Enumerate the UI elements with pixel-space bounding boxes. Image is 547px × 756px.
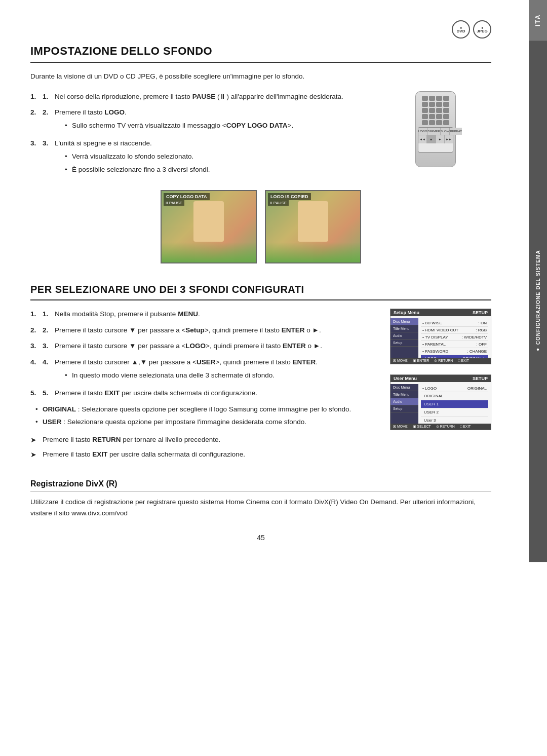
menu1-sidebar: Disc Menu Title Menu Audio Setup bbox=[390, 318, 418, 364]
remote-control-image: LOGO DIMMER SLOW REPEAT ◄◄ ■ ► ►► bbox=[415, 91, 456, 167]
section3: Registrazione DivX (R) Utilizzare il cod… bbox=[30, 479, 491, 518]
menu2-original: ORIGINAL bbox=[421, 392, 488, 400]
icons-row: ● DVD ● JPEG bbox=[30, 20, 491, 39]
menu2-sidebar: Disc Menu Title Menu Audio Setup bbox=[390, 384, 418, 430]
arrow-exit-icon: ➤ bbox=[30, 449, 38, 460]
section3-title: Registrazione DivX (R) bbox=[30, 479, 491, 492]
menu1-main: • BD WISE: ON • HDMI VIDEO CUT: RGB • TV… bbox=[418, 318, 491, 364]
menu2-footer: ⊠ MOVE ▣ SELECT ⊙ RETURN □ EXIT bbox=[390, 424, 491, 430]
menu2-user1: USER 1 bbox=[421, 400, 488, 408]
col-remote: LOGO DIMMER SLOW REPEAT ◄◄ ■ ► ►► bbox=[380, 91, 491, 182]
s2-step-1: 1. Nella modalità Stop, premere il pulsa… bbox=[30, 309, 380, 320]
panel2-label: LOGO IS COPIED bbox=[268, 193, 311, 200]
s2-step-2: 2. Premere il tasto cursore ▼ per passar… bbox=[30, 325, 380, 336]
screenshots-row: COPY LOGO DATA II PAUSE LOGO IS COPIED I… bbox=[30, 190, 491, 263]
menu2-header: User Menu SETUP bbox=[390, 375, 491, 382]
section2-title: PER SELEZIONARE UNO DEI 3 SFONDI CONFIGU… bbox=[30, 284, 491, 300]
vertical-sidebar: ITA ● CONFIGURAZIONE DEL SISTEMA bbox=[529, 0, 547, 562]
menu-screenshots-col: Setup Menu SETUP Disc Menu Title Menu Au… bbox=[390, 309, 491, 464]
section3-text: Utilizzare il codice di registrazione pe… bbox=[30, 497, 491, 518]
arrow-notes: ➤ Premere il tasto RETURN per tornare al… bbox=[30, 435, 380, 460]
section2-content: 1. Nella modalità Stop, premere il pulsa… bbox=[30, 309, 491, 464]
section2-bullets: ORIGINAL : Selezionare questa opzione pe… bbox=[30, 404, 380, 428]
menu1-row-hdmi: • HDMI VIDEO CUT: RGB bbox=[421, 327, 488, 334]
section1-content: 1. Nel corso della riproduzione, premere… bbox=[30, 91, 491, 182]
panel1-label: COPY LOGO DATA bbox=[164, 193, 210, 200]
step-3: 3. L'unità si spegne e si riaccende. Ver… bbox=[30, 138, 370, 177]
menu1-row-tv: • TV DISPLAY: WIDE/HDTV bbox=[421, 334, 488, 341]
sidebar-ita-label: ITA bbox=[529, 0, 547, 41]
step-2: 2. Premere il tasto LOGO. Sullo schermo … bbox=[30, 107, 370, 133]
section2: PER SELEZIONARE UNO DEI 3 SFONDI CONFIGU… bbox=[30, 284, 491, 464]
menu2-user2: USER 2 bbox=[421, 408, 488, 417]
sidebar-config-label: ● CONFIGURAZIONE DEL SISTEMA bbox=[529, 41, 547, 562]
section2-text: 1. Nella modalità Stop, premere il pulsa… bbox=[30, 309, 380, 464]
panel1-sub: II PAUSE bbox=[164, 200, 184, 206]
menu-screenshot-2: User Menu SETUP Disc Menu Title Menu Aud… bbox=[390, 374, 491, 430]
section1-title: IMPOSTAZIONE DELLO SFONDO bbox=[30, 45, 491, 63]
menu2-audio: Audio bbox=[390, 398, 418, 405]
menu2-setup: Setup bbox=[390, 405, 418, 412]
section1-intro: Durante la visione di un DVD o CD JPEG, … bbox=[30, 71, 491, 82]
jpeg-icon: ● JPEG bbox=[473, 20, 491, 39]
menu1-footer: ⊠ MOVE ▣ ENTER ⊙ RETURN □ EXIT bbox=[390, 358, 491, 364]
menu-screenshot-1: Setup Menu SETUP Disc Menu Title Menu Au… bbox=[390, 309, 491, 364]
menu1-row-password: • PASSWORD: CHANGE bbox=[421, 348, 488, 355]
menu2-title: Title Menu bbox=[390, 391, 418, 398]
menu1-title: Title Menu bbox=[390, 325, 418, 332]
panel2-sub: II PAUSE bbox=[268, 200, 289, 206]
menu2-row-logo: • LOGOORIGINAL bbox=[421, 385, 488, 392]
s2-step-5: 5. Premere il tasto EXIT per uscire dall… bbox=[30, 388, 380, 399]
section1: ● DVD ● JPEG IMPOSTAZIONE DELLO SFONDO D… bbox=[30, 20, 491, 263]
logo-button-area: LOGO DIMMER SLOW REPEAT ◄◄ ■ ► ►► bbox=[418, 127, 453, 153]
s2-step-4: 4. Premere il tasto cursorer ▲,▼ per pas… bbox=[30, 357, 380, 383]
dvd-icon: ● DVD bbox=[452, 20, 470, 39]
menu1-audio: Audio bbox=[390, 332, 418, 339]
section1-steps: 1. Nel corso della riproduzione, premere… bbox=[30, 91, 370, 182]
s2-step-3: 3. Premere il tasto cursore ▼ per passar… bbox=[30, 341, 380, 352]
menu1-setup: Setup bbox=[390, 339, 418, 347]
menu1-row-parental: • PARENTAL: OFF bbox=[421, 341, 488, 348]
menu2-main: • LOGOORIGINAL ORIGINAL USER 1 USER 2 Us… bbox=[418, 384, 491, 430]
panel-copy-logo: COPY LOGO DATA II PAUSE bbox=[161, 190, 257, 263]
menu1-row-bdwise: • BD WISE: ON bbox=[421, 320, 488, 327]
steps-list: 1. Nel corso della riproduzione, premere… bbox=[30, 91, 370, 177]
page-number: 45 bbox=[30, 534, 491, 542]
menu1-disc: Disc Menu bbox=[390, 318, 418, 325]
step-1: 1. Nel corso della riproduzione, premere… bbox=[30, 91, 370, 102]
menu2-disc: Disc Menu bbox=[390, 384, 418, 391]
section2-steps-list: 1. Nella modalità Stop, premere il pulsa… bbox=[30, 309, 380, 399]
menu1-header: Setup Menu SETUP bbox=[390, 309, 491, 316]
arrow-return-icon: ➤ bbox=[30, 435, 38, 445]
panel-logo-copied: LOGO IS COPIED II PAUSE bbox=[265, 190, 361, 263]
